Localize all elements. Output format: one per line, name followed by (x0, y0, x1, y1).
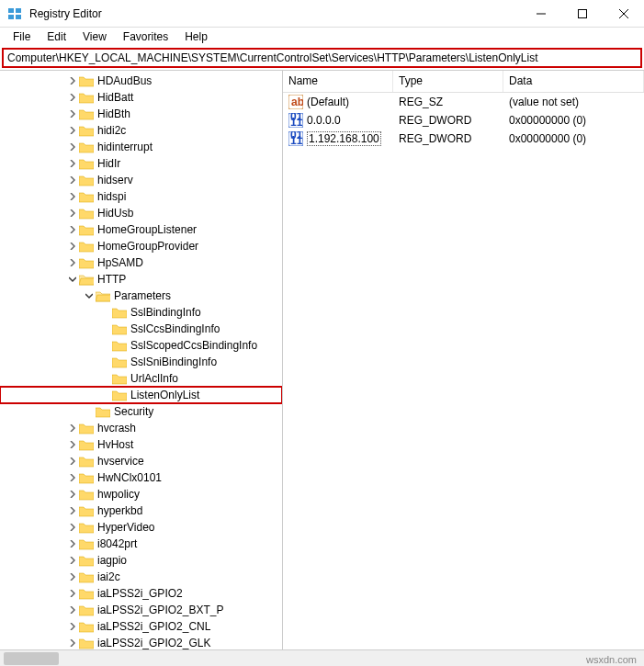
expander-none (99, 337, 112, 354)
tree-item-hidspi[interactable]: hidspi (0, 188, 282, 205)
tree-item-i8042prt[interactable]: i8042prt (0, 536, 282, 552)
tree-item-hyperkbd[interactable]: hyperkbd (0, 502, 282, 519)
col-header-data[interactable]: Data (503, 71, 644, 92)
chevron-right-icon[interactable] (66, 188, 79, 205)
tree-item-ialpss2i-gpio2[interactable]: iaLPSS2i_GPIO2 (0, 585, 282, 602)
chevron-right-icon[interactable] (66, 436, 79, 453)
tree-item-homegroupprovider[interactable]: HomeGroupProvider (0, 238, 282, 254)
folder-icon (79, 537, 94, 550)
tree-item-urlaclinfo[interactable]: UrlAclInfo (0, 370, 282, 387)
maximize-button[interactable] (561, 0, 603, 28)
chevron-right-icon[interactable] (66, 420, 79, 436)
chevron-right-icon[interactable] (66, 453, 79, 469)
folder-icon (79, 570, 94, 583)
list-row[interactable]: 1.192.168.100REG_DWORD0x00000000 (0) (283, 130, 644, 148)
tree-item-label: iagpio (97, 554, 127, 567)
chevron-right-icon[interactable] (66, 618, 79, 635)
horizontal-scrollbar[interactable] (0, 649, 644, 666)
chevron-right-icon[interactable] (66, 635, 79, 649)
chevron-right-icon[interactable] (66, 122, 79, 139)
col-header-name[interactable]: Name (283, 71, 393, 92)
tree-item-hidbth[interactable]: HidBth (0, 106, 282, 122)
tree-item-hidi2c[interactable]: hidi2c (0, 122, 282, 139)
menu-edit[interactable]: Edit (40, 28, 73, 45)
tree-item-hidinterrupt[interactable]: hidinterrupt (0, 139, 282, 155)
tree-item-label: hvservice (97, 455, 144, 468)
menu-help[interactable]: Help (177, 28, 215, 45)
menu-file[interactable]: File (6, 28, 38, 45)
chevron-right-icon[interactable] (66, 502, 79, 519)
chevron-down-icon[interactable] (83, 288, 96, 304)
tree-item-hidbatt[interactable]: HidBatt (0, 89, 282, 106)
tree-item-sslscopedccsbindinginfo[interactable]: SslScopedCcsBindingInfo (0, 337, 282, 354)
tree-item-label: iaLPSS2i_GPIO2_BXT_P (97, 604, 223, 616)
chevron-right-icon[interactable] (66, 569, 79, 585)
chevron-right-icon[interactable] (66, 221, 79, 238)
chevron-right-icon[interactable] (66, 205, 79, 221)
tree-item-iai2c[interactable]: iai2c (0, 569, 282, 585)
tree-item-iagpio[interactable]: iagpio (0, 552, 282, 569)
chevron-right-icon[interactable] (66, 486, 79, 502)
cell-name: 1.192.168.100 (283, 131, 393, 146)
chevron-right-icon[interactable] (66, 89, 79, 106)
tree-item-hvcrash[interactable]: hvcrash (0, 420, 282, 436)
tree-item-ialpss2i-gpio2-bxt-p[interactable]: iaLPSS2i_GPIO2_BXT_P (0, 602, 282, 618)
chevron-right-icon[interactable] (66, 536, 79, 552)
tree-item-hvhost[interactable]: HvHost (0, 436, 282, 453)
tree-item-label: hidspi (97, 190, 126, 203)
tree-item-sslsnibindinginfo[interactable]: SslSniBindingInfo (0, 354, 282, 370)
tree-item-hwpolicy[interactable]: hwpolicy (0, 486, 282, 502)
tree-item-hwnclx0101[interactable]: HwNClx0101 (0, 469, 282, 486)
menu-favorites[interactable]: Favorites (116, 28, 175, 45)
chevron-right-icon[interactable] (66, 519, 79, 536)
folder-icon (79, 637, 94, 649)
tree-item-http[interactable]: HTTP (0, 271, 282, 288)
tree-item-sslbindinginfo[interactable]: SslBindingInfo (0, 304, 282, 321)
folder-icon (79, 223, 94, 236)
folder-icon (79, 587, 94, 600)
address-bar[interactable]: Computer\HKEY_LOCAL_MACHINE\SYSTEM\Curre… (2, 48, 642, 68)
tree-item-ialpss2i-gpio2-glk[interactable]: iaLPSS2i_GPIO2_GLK (0, 635, 282, 649)
svg-rect-1 (16, 8, 21, 13)
tree-item-hidusb[interactable]: HidUsb (0, 205, 282, 221)
chevron-right-icon[interactable] (66, 73, 79, 89)
tree-item-listenonlylist[interactable]: ListenOnlyList (0, 387, 282, 403)
tree-item-security[interactable]: Security (0, 403, 282, 420)
chevron-down-icon[interactable] (66, 271, 79, 288)
tree-item-hidir[interactable]: HidIr (0, 155, 282, 172)
tree-item-hvservice[interactable]: hvservice (0, 453, 282, 469)
tree-item-label: Parameters (114, 289, 171, 302)
chevron-right-icon[interactable] (66, 106, 79, 122)
list-row[interactable]: 0.0.0.0REG_DWORD0x00000000 (0) (283, 111, 644, 130)
svg-rect-0 (8, 8, 14, 13)
tree-item-label: iaLPSS2i_GPIO2_CNL (97, 620, 210, 633)
list-pane[interactable]: Name Type Data (Default)REG_SZ(value not… (283, 71, 644, 649)
list-row[interactable]: (Default)REG_SZ(value not set) (283, 93, 644, 111)
folder-icon (96, 405, 110, 418)
tree-item-hidserv[interactable]: hidserv (0, 172, 282, 188)
minimize-button[interactable] (520, 0, 561, 28)
menu-view[interactable]: View (75, 28, 114, 45)
chevron-right-icon[interactable] (66, 155, 79, 172)
expander-none (99, 304, 112, 321)
tree-item-ialpss2i-gpio2-cnl[interactable]: iaLPSS2i_GPIO2_CNL (0, 618, 282, 635)
scrollbar-thumb[interactable] (4, 652, 59, 665)
chevron-right-icon[interactable] (66, 254, 79, 271)
tree-item-parameters[interactable]: Parameters (0, 288, 282, 304)
chevron-right-icon[interactable] (66, 469, 79, 486)
tree-pane[interactable]: HDAudBusHidBattHidBthhidi2chidinterruptH… (0, 71, 283, 649)
close-button[interactable] (603, 0, 644, 28)
chevron-right-icon[interactable] (66, 602, 79, 618)
chevron-right-icon[interactable] (66, 172, 79, 188)
tree-item-homegrouplistener[interactable]: HomeGroupListener (0, 221, 282, 238)
col-header-type[interactable]: Type (393, 71, 503, 92)
chevron-right-icon[interactable] (66, 585, 79, 602)
tree-item-hypervideo[interactable]: HyperVideo (0, 519, 282, 536)
tree-item-sslccsbindinginfo[interactable]: SslCcsBindingInfo (0, 321, 282, 337)
tree-item-hdaudbus[interactable]: HDAudBus (0, 73, 282, 89)
chevron-right-icon[interactable] (66, 238, 79, 254)
tree-item-hpsamd[interactable]: HpSAMD (0, 254, 282, 271)
folder-icon (79, 190, 94, 203)
chevron-right-icon[interactable] (66, 139, 79, 155)
chevron-right-icon[interactable] (66, 552, 79, 569)
